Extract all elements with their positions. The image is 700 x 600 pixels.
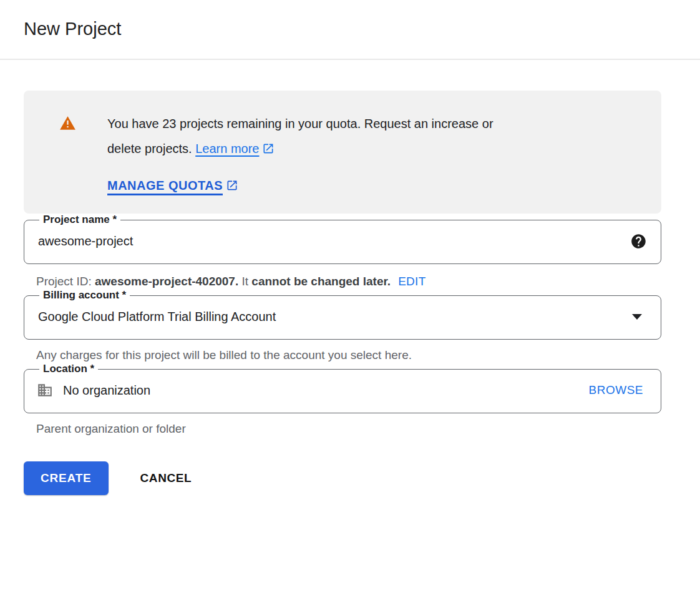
project-name-label: Project name *	[39, 214, 120, 226]
project-name-input[interactable]	[38, 234, 630, 248]
project-name-field: Project name *	[24, 214, 661, 264]
external-link-icon	[262, 142, 275, 155]
location-label: Location *	[39, 363, 98, 375]
new-project-form: You have 23 projects remaining in your q…	[24, 91, 661, 495]
page-title: New Project	[24, 17, 700, 41]
create-button[interactable]: CREATE	[24, 461, 109, 495]
edit-project-id-link[interactable]: EDIT	[398, 275, 425, 288]
project-id-prefix: Project ID:	[36, 275, 95, 288]
chevron-down-icon[interactable]	[632, 314, 642, 320]
external-link-icon	[226, 179, 238, 192]
warning-icon	[59, 115, 76, 132]
location-helper-text: Parent organization or folder	[24, 421, 661, 436]
quota-warning-banner: You have 23 projects remaining in your q…	[24, 91, 661, 214]
project-id-middle: It	[238, 275, 251, 288]
manage-quotas-row: MANAGE QUOTAS	[107, 178, 493, 193]
project-id-line: Project ID: awesome-project-402007. It c…	[24, 274, 661, 289]
form-actions: CREATE CANCEL	[24, 461, 661, 495]
browse-button[interactable]: BROWSE	[589, 383, 643, 397]
billing-account-value: Google Cloud Platform Trial Billing Acco…	[38, 310, 632, 324]
manage-quotas-link[interactable]: MANAGE QUOTAS	[107, 179, 223, 192]
location-field: Location * No organization BROWSE	[24, 363, 661, 413]
billing-account-field: Billing account * Google Cloud Platform …	[24, 289, 661, 340]
quota-warning-text: You have 23 projects remaining in your q…	[107, 111, 493, 193]
billing-account-select[interactable]: Google Cloud Platform Trial Billing Acco…	[37, 302, 649, 339]
quota-warning-line2: delete projects. Learn more	[107, 136, 493, 161]
billing-account-label: Billing account *	[39, 289, 130, 302]
location-value: No organization	[63, 383, 589, 398]
billing-helper-text: Any charges for this project will be bil…	[24, 348, 661, 363]
location-row[interactable]: No organization BROWSE	[37, 375, 649, 413]
help-icon[interactable]	[630, 233, 647, 250]
organization-icon	[37, 382, 53, 398]
project-id-note: cannot be changed later.	[251, 275, 391, 288]
project-id-value: awesome-project-402007.	[95, 275, 238, 288]
page-header: New Project	[0, 0, 700, 41]
header-divider	[0, 59, 700, 60]
learn-more-link[interactable]: Learn more	[195, 142, 259, 155]
quota-warning-line1: You have 23 projects remaining in your q…	[107, 111, 493, 136]
cancel-button[interactable]: CANCEL	[140, 465, 192, 491]
project-name-row	[37, 226, 649, 263]
